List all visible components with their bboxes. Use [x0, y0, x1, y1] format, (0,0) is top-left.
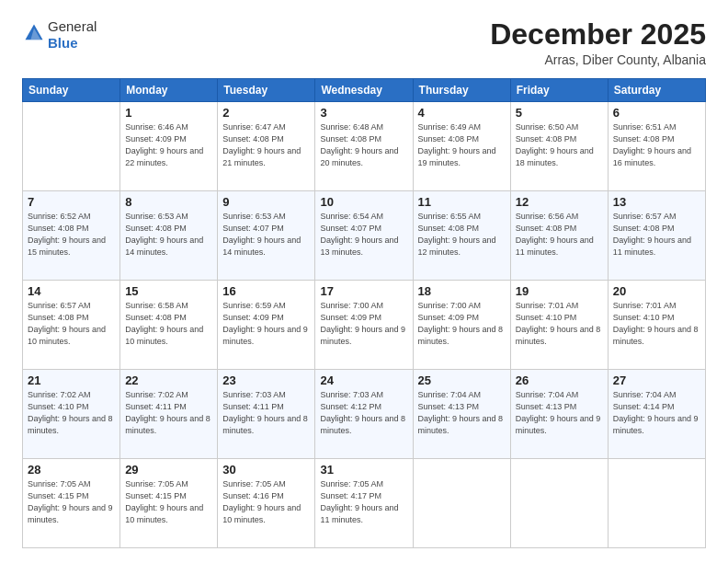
day-number: 23 — [222, 373, 310, 387]
weekday-header: Monday — [120, 79, 218, 102]
day-info: Sunrise: 7:04 AMSunset: 4:14 PMDaylight:… — [613, 389, 700, 437]
day-number: 2 — [222, 106, 310, 120]
day-number: 7 — [28, 195, 115, 209]
day-info: Sunrise: 6:50 AMSunset: 4:08 PMDaylight:… — [516, 121, 603, 169]
day-info: Sunrise: 7:05 AMSunset: 4:15 PMDaylight:… — [125, 478, 212, 526]
day-info: Sunrise: 6:52 AMSunset: 4:08 PMDaylight:… — [28, 211, 115, 259]
calendar-cell: 17Sunrise: 7:00 AMSunset: 4:09 PMDayligh… — [315, 281, 413, 370]
calendar-cell: 28Sunrise: 7:05 AMSunset: 4:15 PMDayligh… — [23, 459, 120, 548]
calendar-cell: 7Sunrise: 6:52 AMSunset: 4:08 PMDaylight… — [23, 191, 120, 281]
calendar-cell: 1Sunrise: 6:46 AMSunset: 4:09 PMDaylight… — [120, 102, 218, 191]
logo: General Blue — [22, 18, 97, 52]
day-info: Sunrise: 6:51 AMSunset: 4:08 PMDaylight:… — [613, 121, 700, 169]
calendar-cell — [510, 459, 608, 548]
calendar-week-row: 7Sunrise: 6:52 AMSunset: 4:08 PMDaylight… — [23, 191, 706, 281]
calendar-cell: 3Sunrise: 6:48 AMSunset: 4:08 PMDaylight… — [315, 102, 413, 191]
day-number: 11 — [418, 195, 506, 209]
calendar-cell: 16Sunrise: 6:59 AMSunset: 4:09 PMDayligh… — [218, 281, 315, 370]
day-number: 17 — [320, 284, 407, 298]
calendar-cell: 22Sunrise: 7:02 AMSunset: 4:11 PMDayligh… — [120, 370, 218, 459]
calendar-week-row: 21Sunrise: 7:02 AMSunset: 4:10 PMDayligh… — [23, 370, 706, 459]
day-number: 31 — [320, 463, 407, 477]
day-info: Sunrise: 7:05 AMSunset: 4:17 PMDaylight:… — [320, 478, 407, 526]
day-number: 6 — [613, 106, 700, 120]
calendar-cell: 27Sunrise: 7:04 AMSunset: 4:14 PMDayligh… — [608, 370, 705, 459]
calendar-cell: 2Sunrise: 6:47 AMSunset: 4:08 PMDaylight… — [218, 102, 315, 191]
day-number: 20 — [613, 284, 700, 298]
day-info: Sunrise: 7:00 AMSunset: 4:09 PMDaylight:… — [418, 300, 506, 348]
calendar-cell — [23, 102, 120, 191]
location: Arras, Diber County, Albania — [490, 52, 706, 67]
day-info: Sunrise: 7:04 AMSunset: 4:13 PMDaylight:… — [418, 389, 506, 437]
day-info: Sunrise: 7:05 AMSunset: 4:16 PMDaylight:… — [222, 478, 310, 526]
day-info: Sunrise: 6:46 AMSunset: 4:09 PMDaylight:… — [125, 121, 212, 169]
calendar-week-row: 14Sunrise: 6:57 AMSunset: 4:08 PMDayligh… — [23, 281, 706, 370]
calendar-cell: 26Sunrise: 7:04 AMSunset: 4:13 PMDayligh… — [510, 370, 608, 459]
calendar-cell: 30Sunrise: 7:05 AMSunset: 4:16 PMDayligh… — [218, 459, 315, 548]
logo-general: General — [48, 18, 97, 34]
day-number: 8 — [125, 195, 212, 209]
calendar-header-row: SundayMondayTuesdayWednesdayThursdayFrid… — [23, 79, 706, 102]
calendar-cell: 29Sunrise: 7:05 AMSunset: 4:15 PMDayligh… — [120, 459, 218, 548]
day-number: 21 — [28, 373, 115, 387]
day-number: 10 — [320, 195, 407, 209]
day-info: Sunrise: 7:04 AMSunset: 4:13 PMDaylight:… — [516, 389, 603, 437]
day-info: Sunrise: 6:57 AMSunset: 4:08 PMDaylight:… — [28, 300, 115, 348]
day-info: Sunrise: 6:53 AMSunset: 4:07 PMDaylight:… — [222, 211, 310, 259]
day-info: Sunrise: 6:59 AMSunset: 4:09 PMDaylight:… — [222, 300, 310, 348]
day-info: Sunrise: 6:54 AMSunset: 4:07 PMDaylight:… — [320, 211, 407, 259]
calendar-cell: 20Sunrise: 7:01 AMSunset: 4:10 PMDayligh… — [608, 281, 705, 370]
calendar-cell: 13Sunrise: 6:57 AMSunset: 4:08 PMDayligh… — [608, 191, 705, 281]
weekday-header: Wednesday — [315, 79, 413, 102]
day-info: Sunrise: 7:02 AMSunset: 4:10 PMDaylight:… — [28, 389, 115, 437]
calendar-cell: 25Sunrise: 7:04 AMSunset: 4:13 PMDayligh… — [413, 370, 510, 459]
weekday-header: Thursday — [413, 79, 510, 102]
logo-blue: Blue — [48, 35, 78, 51]
calendar-cell: 11Sunrise: 6:55 AMSunset: 4:08 PMDayligh… — [413, 191, 510, 281]
day-number: 5 — [516, 106, 603, 120]
day-number: 25 — [418, 373, 506, 387]
calendar-cell: 24Sunrise: 7:03 AMSunset: 4:12 PMDayligh… — [315, 370, 413, 459]
day-info: Sunrise: 6:57 AMSunset: 4:08 PMDaylight:… — [613, 211, 700, 259]
day-number: 16 — [222, 284, 310, 298]
day-number: 26 — [516, 373, 603, 387]
day-number: 29 — [125, 463, 212, 477]
weekday-header: Sunday — [23, 79, 120, 102]
day-number: 14 — [28, 284, 115, 298]
day-number: 13 — [613, 195, 700, 209]
day-number: 3 — [320, 106, 407, 120]
weekday-header: Tuesday — [218, 79, 315, 102]
day-number: 27 — [613, 373, 700, 387]
month-title: December 2025 — [490, 18, 706, 51]
calendar-week-row: 28Sunrise: 7:05 AMSunset: 4:15 PMDayligh… — [23, 459, 706, 548]
day-info: Sunrise: 7:00 AMSunset: 4:09 PMDaylight:… — [320, 300, 407, 348]
day-number: 28 — [28, 463, 115, 477]
calendar-cell: 31Sunrise: 7:05 AMSunset: 4:17 PMDayligh… — [315, 459, 413, 548]
day-info: Sunrise: 6:58 AMSunset: 4:08 PMDaylight:… — [125, 300, 212, 348]
day-number: 24 — [320, 373, 407, 387]
day-number: 30 — [222, 463, 310, 477]
weekday-header: Friday — [510, 79, 608, 102]
day-info: Sunrise: 6:48 AMSunset: 4:08 PMDaylight:… — [320, 121, 407, 169]
day-info: Sunrise: 7:03 AMSunset: 4:12 PMDaylight:… — [320, 389, 407, 437]
title-block: December 2025 Arras, Diber County, Alban… — [490, 18, 706, 67]
calendar-cell: 6Sunrise: 6:51 AMSunset: 4:08 PMDaylight… — [608, 102, 705, 191]
weekday-header: Saturday — [608, 79, 705, 102]
calendar-cell: 9Sunrise: 6:53 AMSunset: 4:07 PMDaylight… — [218, 191, 315, 281]
calendar-cell: 19Sunrise: 7:01 AMSunset: 4:10 PMDayligh… — [510, 281, 608, 370]
header: General Blue December 2025 Arras, Diber … — [22, 18, 706, 67]
calendar-cell: 5Sunrise: 6:50 AMSunset: 4:08 PMDaylight… — [510, 102, 608, 191]
calendar-cell: 12Sunrise: 6:56 AMSunset: 4:08 PMDayligh… — [510, 191, 608, 281]
calendar-cell — [608, 459, 705, 548]
calendar-cell: 14Sunrise: 6:57 AMSunset: 4:08 PMDayligh… — [23, 281, 120, 370]
day-info: Sunrise: 6:47 AMSunset: 4:08 PMDaylight:… — [222, 121, 310, 169]
calendar-cell: 10Sunrise: 6:54 AMSunset: 4:07 PMDayligh… — [315, 191, 413, 281]
calendar-cell — [413, 459, 510, 548]
logo-icon — [24, 23, 44, 43]
page: General Blue December 2025 Arras, Diber … — [0, 0, 728, 563]
day-number: 4 — [418, 106, 506, 120]
day-info: Sunrise: 6:49 AMSunset: 4:08 PMDaylight:… — [418, 121, 506, 169]
day-info: Sunrise: 7:01 AMSunset: 4:10 PMDaylight:… — [613, 300, 700, 348]
day-number: 12 — [516, 195, 603, 209]
calendar-cell: 21Sunrise: 7:02 AMSunset: 4:10 PMDayligh… — [23, 370, 120, 459]
